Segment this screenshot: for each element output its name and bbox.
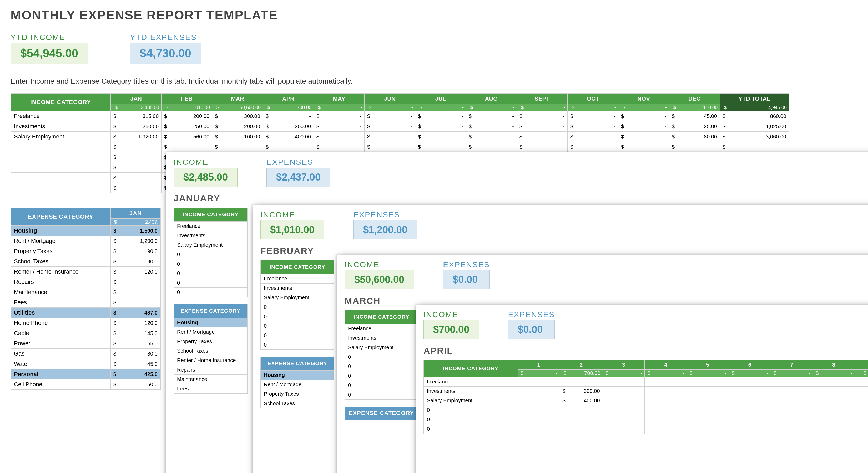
feb-expense-label: EXPENSES bbox=[353, 210, 417, 219]
apr-income-value: $700.00 bbox=[424, 320, 479, 339]
ytd-income-label: YTD INCOME bbox=[10, 33, 88, 42]
feb-expense-value: $1,200.00 bbox=[353, 220, 417, 239]
feb-month-title: FEBRUARY bbox=[260, 246, 868, 256]
mar-expense-label: EXPENSES bbox=[443, 260, 490, 269]
feb-income-label: INCOME bbox=[260, 210, 324, 219]
ytd-income-value: $54,945.00 bbox=[10, 43, 88, 64]
ytd-expense-value: $4,730.00 bbox=[130, 43, 201, 64]
jan-income-label: INCOME bbox=[174, 158, 238, 167]
apr-income-label: INCOME bbox=[424, 310, 479, 319]
mar-income-label: INCOME bbox=[345, 260, 414, 269]
apr-expense-value: $0.00 bbox=[508, 320, 555, 339]
jan-income-value: $2,485.00 bbox=[174, 168, 238, 187]
instructions: Enter Income and Expense Category titles… bbox=[10, 77, 789, 86]
jan-income-list: INCOME CATEGORYFreelanceInvestmentsSalar… bbox=[174, 208, 248, 297]
mar-income-value: $50,600.00 bbox=[345, 270, 414, 289]
page-title: MONTHLY EXPENSE REPORT TEMPLATE bbox=[10, 8, 789, 22]
feb-income-list: INCOME CATEGORYFreelanceInvestmentsSalar… bbox=[260, 260, 334, 350]
apr-expense-label: EXPENSES bbox=[508, 310, 555, 319]
ytd-kpi-row: YTD INCOME $54,945.00 YTD EXPENSES $4,73… bbox=[10, 33, 789, 64]
jan-expense-list: EXPENSE CATEGORYHousingRent / MortgagePr… bbox=[174, 304, 248, 394]
mar-income-list: INCOME CATEGORYFreelanceInvestmentsSalar… bbox=[345, 310, 418, 400]
feb-expense-list: EXPENSE CATEGORYHousingRent / MortgagePr… bbox=[260, 357, 334, 408]
panel-april: INCOME $700.00 EXPENSES $0.00 APRIL INCO… bbox=[415, 305, 868, 473]
apr-income-table: INCOME CATEGORY12345678$-$700.00$-$-$-$-… bbox=[424, 360, 868, 434]
jan-expense-value: $2,437.00 bbox=[267, 168, 330, 187]
feb-income-value: $1,010.00 bbox=[260, 220, 324, 239]
jan-expense-label: EXPENSES bbox=[267, 158, 330, 167]
mar-expense-value: $0.00 bbox=[443, 270, 490, 289]
jan-month-title: JANUARY bbox=[174, 193, 868, 203]
ytd-expense-label: YTD EXPENSES bbox=[130, 33, 201, 42]
mar-expense-header: EXPENSE CATEGORY bbox=[345, 407, 418, 420]
mar-month-title: MARCH bbox=[345, 296, 868, 306]
apr-month-title: APRIL bbox=[424, 345, 868, 356]
expense-table: EXPENSE CATEGORYJAN$2,437.Housing$1,500.… bbox=[10, 208, 161, 390]
